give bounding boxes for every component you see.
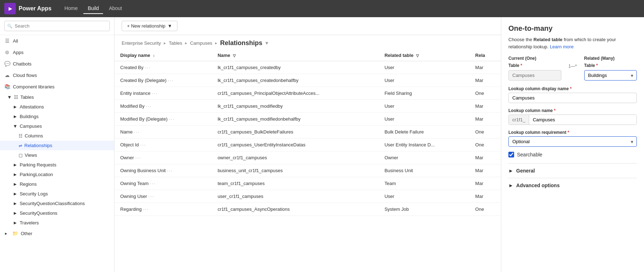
breadcrumb-sep3: ► <box>214 41 218 45</box>
row-display-name: Modified By <box>120 103 145 109</box>
row-dots-menu[interactable]: ··· <box>140 142 146 147</box>
cell-related-table: Business Unit <box>379 164 470 177</box>
sidebar-table-parkingrequests[interactable]: ► Parking Requests <box>0 160 114 170</box>
search-input[interactable] <box>4 21 110 31</box>
row-dots-menu[interactable]: ··· <box>150 181 156 186</box>
breadcrumb-enterprise[interactable]: Enterprise Security <box>122 40 161 46</box>
related-table-select[interactable]: Buildings <box>584 70 637 81</box>
lookup-requirement-field: Lookup column requirement * Optional Req… <box>508 130 637 147</box>
filter-icon[interactable]: ▽ <box>233 54 236 58</box>
connector-right: * <box>575 64 577 69</box>
general-section[interactable]: ► General <box>508 163 637 178</box>
app-name: Power Apps <box>19 5 52 12</box>
sidebar-table-parkinglocation[interactable]: ► ParkingLocation <box>0 170 114 179</box>
sidebar-chatbots-label: Chatbots <box>13 61 31 67</box>
nav-build[interactable]: Build <box>83 3 103 14</box>
securitylogs-label: Security Logs <box>20 191 48 196</box>
panel-title: One-to-many <box>508 24 637 33</box>
parkingrequests-label: Parking Requests <box>20 162 57 167</box>
lookup-requirement-select[interactable]: Optional Required <box>508 136 637 147</box>
lookup-column-name-wrap: cr1f1_ <box>508 115 637 125</box>
cell-related-table: Team <box>379 177 470 190</box>
row-display-name: Created By (Delegate) <box>120 78 166 83</box>
row-dots-menu[interactable]: ··· <box>167 168 173 173</box>
related-table-select-wrap: Buildings <box>584 70 637 81</box>
sidebar-table-securityquestions[interactable]: ► SecurityQuestions <box>0 208 114 218</box>
row-dots-menu[interactable]: ··· <box>169 116 175 122</box>
cell-related-table: User <box>379 190 470 203</box>
sidebar-item-other[interactable]: ► 📁 Other <box>0 228 114 239</box>
row-dots-menu[interactable]: ··· <box>143 207 149 212</box>
row-dots-menu[interactable]: ··· <box>152 91 158 96</box>
cell-name: business_unit_cr1f1_campuses <box>212 164 379 177</box>
row-display-name: Created By <box>120 65 143 70</box>
row-display-name: Object Id <box>120 142 139 147</box>
cell-name: cr1f1_campuses_PrincipalObjectAttributeA… <box>212 87 379 100</box>
sidebar-item-all[interactable]: ☰ All <box>0 35 114 47</box>
parkingrequests-chevron: ► <box>13 162 18 167</box>
sidebar-table-attestations[interactable]: ► Attestations <box>0 102 114 112</box>
sidebar-table-buildings[interactable]: ► Buildings <box>0 112 114 121</box>
sidebar-item-apps[interactable]: ⊜ Apps <box>0 47 114 58</box>
row-dots-menu[interactable]: ··· <box>145 65 151 70</box>
related-filter-icon[interactable]: ▽ <box>416 54 419 58</box>
sidebar-campuses-columns[interactable]: ☷ Columns <box>0 131 114 141</box>
searchable-checkbox[interactable] <box>508 152 514 157</box>
breadcrumb-tables[interactable]: Tables <box>169 40 182 46</box>
new-relationship-button[interactable]: + New relationship ▼ <box>122 21 177 31</box>
attestations-label: Attestations <box>20 104 44 110</box>
col-name: Name ▽ <box>212 50 379 61</box>
sort-icon[interactable]: ↕ <box>153 54 155 58</box>
cell-display-name: Owning Business Unit ··· <box>114 164 212 177</box>
table-row: Owning User ··· user_cr1f1_campuses User… <box>114 190 501 203</box>
toolbar: + New relationship ▼ <box>114 17 501 35</box>
breadcrumb-dropdown-icon[interactable]: ▼ <box>264 40 269 46</box>
buildings-chevron: ► <box>13 114 18 119</box>
regions-label: Regions <box>20 181 37 187</box>
sidebar-table-campuses[interactable]: ▼ Campuses <box>0 121 114 131</box>
sidebar-table-regions[interactable]: ► Regions <box>0 179 114 189</box>
nav-about[interactable]: About <box>104 3 126 14</box>
row-display-name: Regarding <box>120 207 142 212</box>
sidebar-componentlibs-label: Component libraries <box>13 84 54 89</box>
sidebar-table-securitylogs[interactable]: ► Security Logs <box>0 189 114 199</box>
sidebar-item-chatbots[interactable]: 💬 Chatbots <box>0 58 114 69</box>
cell-name: lk_cr1f1_campuses_modifiedonbehalfby <box>212 113 379 126</box>
cell-rel-type: Mar <box>469 164 501 177</box>
table-row: Modified By (Delegate) ··· lk_cr1f1_camp… <box>114 113 501 126</box>
cell-related-table: User <box>379 113 470 126</box>
sidebar: ☰ All ⊜ Apps 💬 Chatbots ☁ Cloud flows 📚 … <box>0 17 114 272</box>
sidebar-table-travelers[interactable]: ► Travelers <box>0 218 114 228</box>
lookup-display-name-label: Lookup column display name * <box>508 86 637 91</box>
logo-icon: ▸ <box>4 3 16 14</box>
cell-display-name: Owning Team ··· <box>114 177 212 190</box>
row-display-name: Entity instance <box>120 91 151 96</box>
breadcrumb-campuses[interactable]: Campuses <box>190 40 212 46</box>
row-dots-menu[interactable]: ··· <box>148 194 155 199</box>
cell-rel-type: Mar <box>469 113 501 126</box>
sidebar-item-tables[interactable]: ▼ ☷ Tables <box>0 92 114 102</box>
nav-home[interactable]: Home <box>60 3 82 14</box>
cell-name: cr1f1_campuses_BulkDeleteFailures <box>212 126 379 139</box>
sidebar-item-componentlibs[interactable]: 📚 Component libraries <box>0 81 114 92</box>
row-dots-menu[interactable]: ··· <box>134 129 140 135</box>
sidebar-campuses-relationships[interactable]: ⇌ Relationships <box>0 141 114 150</box>
lookup-name-input[interactable] <box>529 115 636 125</box>
advanced-options-section[interactable]: ► Advanced options <box>508 178 637 193</box>
sidebar-table-securityquestionclassifications[interactable]: ► SecurityQuestionClassifications <box>0 199 114 208</box>
row-dots-menu[interactable]: ··· <box>146 103 152 109</box>
cell-related-table: User Entity Instance D... <box>379 139 470 151</box>
learn-more-link[interactable]: Learn more <box>550 44 574 49</box>
lookup-display-name-field: Lookup column display name * <box>508 86 637 103</box>
row-dots-menu[interactable]: ··· <box>135 155 141 160</box>
advanced-label: Advanced options <box>516 183 560 188</box>
cell-related-table: Owner <box>379 151 470 164</box>
searchable-label[interactable]: Searchable <box>517 152 542 157</box>
sidebar-campuses-views[interactable]: ▢ Views <box>0 150 114 160</box>
row-dots-menu[interactable]: ··· <box>168 78 174 83</box>
sidebar-item-cloudflows[interactable]: ☁ Cloud flows <box>0 69 114 81</box>
cell-rel-type: One <box>469 139 501 151</box>
all-icon: ☰ <box>4 38 10 44</box>
lookup-display-name-input[interactable] <box>508 93 637 103</box>
panel-description: Choose the Related table from which to c… <box>508 36 637 50</box>
